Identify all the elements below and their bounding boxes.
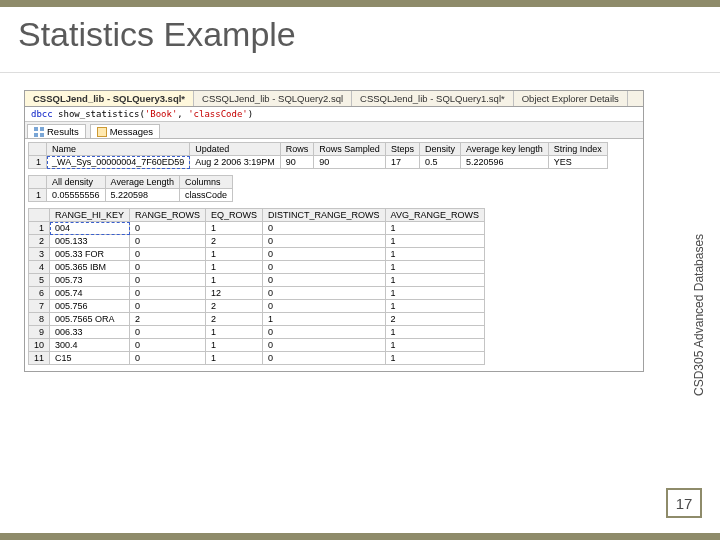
row-number[interactable]: 1 <box>29 222 50 235</box>
cell[interactable]: 1 <box>385 352 484 365</box>
cell[interactable]: 005.365 IBM <box>50 261 130 274</box>
cell[interactable]: 0 <box>263 339 386 352</box>
cell[interactable]: 0 <box>263 261 386 274</box>
row-number[interactable]: 11 <box>29 352 50 365</box>
column-header[interactable]: String Index <box>548 143 607 156</box>
table-row[interactable]: 4005.365 IBM0101 <box>29 261 485 274</box>
cell[interactable]: 12 <box>206 287 263 300</box>
column-header[interactable]: Columns <box>179 176 232 189</box>
cell[interactable]: 0 <box>130 326 206 339</box>
cell[interactable]: 0 <box>263 235 386 248</box>
cell[interactable]: 0 <box>130 274 206 287</box>
cell[interactable]: 1 <box>206 326 263 339</box>
table-row[interactable]: 6005.7401201 <box>29 287 485 300</box>
row-number[interactable]: 10 <box>29 339 50 352</box>
tab-results[interactable]: Results <box>27 124 86 138</box>
column-header[interactable] <box>29 143 47 156</box>
column-header[interactable]: Rows Sampled <box>314 143 386 156</box>
cell[interactable]: 0 <box>130 222 206 235</box>
cell[interactable]: 0 <box>263 274 386 287</box>
cell[interactable]: classCode <box>179 189 232 202</box>
cell[interactable]: 1 <box>385 261 484 274</box>
cell[interactable]: 0 <box>263 352 386 365</box>
cell[interactable]: 2 <box>385 313 484 326</box>
cell[interactable]: 1 <box>385 287 484 300</box>
table-row[interactable]: 10040101 <box>29 222 485 235</box>
cell[interactable]: 1 <box>385 222 484 235</box>
cell[interactable]: 005.74 <box>50 287 130 300</box>
table-row[interactable]: 7005.7560201 <box>29 300 485 313</box>
cell[interactable]: 1 <box>206 261 263 274</box>
cell[interactable]: 5.220596 <box>460 156 548 169</box>
cell[interactable]: 2 <box>206 313 263 326</box>
row-number[interactable]: 7 <box>29 300 50 313</box>
row-number[interactable]: 1 <box>29 156 47 169</box>
row-number[interactable]: 6 <box>29 287 50 300</box>
column-header[interactable]: AVG_RANGE_ROWS <box>385 209 484 222</box>
cell[interactable]: 0 <box>263 248 386 261</box>
table-row[interactable]: 11C150101 <box>29 352 485 365</box>
cell[interactable]: 1 <box>385 300 484 313</box>
column-header[interactable] <box>29 176 47 189</box>
row-number[interactable]: 9 <box>29 326 50 339</box>
file-tab-active[interactable]: CSSQLJend_lib - SQLQuery3.sql* <box>25 91 194 106</box>
column-header[interactable]: RANGE_ROWS <box>130 209 206 222</box>
cell[interactable]: 0 <box>263 287 386 300</box>
table-row[interactable]: 5005.730101 <box>29 274 485 287</box>
cell[interactable]: 1 <box>385 339 484 352</box>
table-row[interactable]: 1_WA_Sys_00000004_7F60ED59Aug 2 2006 3:1… <box>29 156 608 169</box>
column-header[interactable]: Average key length <box>460 143 548 156</box>
cell[interactable]: YES <box>548 156 607 169</box>
column-header[interactable]: Steps <box>385 143 419 156</box>
cell[interactable]: 005.33 FOR <box>50 248 130 261</box>
tab-messages[interactable]: Messages <box>90 124 160 138</box>
cell[interactable]: 1 <box>206 248 263 261</box>
column-header[interactable]: Rows <box>280 143 314 156</box>
sql-query-line[interactable]: dbcc show_statistics('Book', 'classCode'… <box>25 107 643 122</box>
cell[interactable]: 006.33 <box>50 326 130 339</box>
column-header[interactable]: Average Length <box>105 176 179 189</box>
row-number[interactable]: 8 <box>29 313 50 326</box>
cell[interactable]: 005.73 <box>50 274 130 287</box>
table-row[interactable]: 3005.33 FOR0101 <box>29 248 485 261</box>
cell[interactable]: 2 <box>206 235 263 248</box>
cell[interactable]: 0 <box>263 222 386 235</box>
cell[interactable]: 0 <box>263 300 386 313</box>
column-header[interactable] <box>29 209 50 222</box>
row-number[interactable]: 1 <box>29 189 47 202</box>
cell[interactable]: 0.5 <box>419 156 460 169</box>
file-tab[interactable]: Object Explorer Details <box>514 91 628 106</box>
cell[interactable]: 5.220598 <box>105 189 179 202</box>
column-header[interactable]: Density <box>419 143 460 156</box>
cell[interactable]: 300.4 <box>50 339 130 352</box>
row-number[interactable]: 4 <box>29 261 50 274</box>
cell[interactable]: 0 <box>130 261 206 274</box>
table-row[interactable]: 9006.330101 <box>29 326 485 339</box>
cell[interactable]: 1 <box>385 248 484 261</box>
cell[interactable]: 1 <box>263 313 386 326</box>
cell[interactable]: _WA_Sys_00000004_7F60ED59 <box>47 156 190 169</box>
cell[interactable]: 17 <box>385 156 419 169</box>
cell[interactable]: 0 <box>130 300 206 313</box>
cell[interactable]: 1 <box>206 222 263 235</box>
cell[interactable]: 005.756 <box>50 300 130 313</box>
cell[interactable]: 0 <box>130 235 206 248</box>
column-header[interactable]: All density <box>47 176 106 189</box>
cell[interactable]: 0.05555556 <box>47 189 106 202</box>
cell[interactable]: 0 <box>130 339 206 352</box>
cell[interactable]: 005.7565 ORA <box>50 313 130 326</box>
column-header[interactable]: DISTINCT_RANGE_ROWS <box>263 209 386 222</box>
cell[interactable]: 1 <box>206 352 263 365</box>
cell[interactable]: 1 <box>385 235 484 248</box>
cell[interactable]: 1 <box>206 339 263 352</box>
column-header[interactable]: RANGE_HI_KEY <box>50 209 130 222</box>
column-header[interactable]: EQ_ROWS <box>206 209 263 222</box>
row-number[interactable]: 2 <box>29 235 50 248</box>
table-row[interactable]: 8005.7565 ORA2212 <box>29 313 485 326</box>
cell[interactable]: 90 <box>280 156 314 169</box>
cell[interactable]: 0 <box>130 287 206 300</box>
table-row[interactable]: 2005.1330201 <box>29 235 485 248</box>
column-header[interactable]: Updated <box>190 143 281 156</box>
cell[interactable]: 1 <box>206 274 263 287</box>
file-tab[interactable]: CSSQLJend_lib - SQLQuery1.sql* <box>352 91 514 106</box>
